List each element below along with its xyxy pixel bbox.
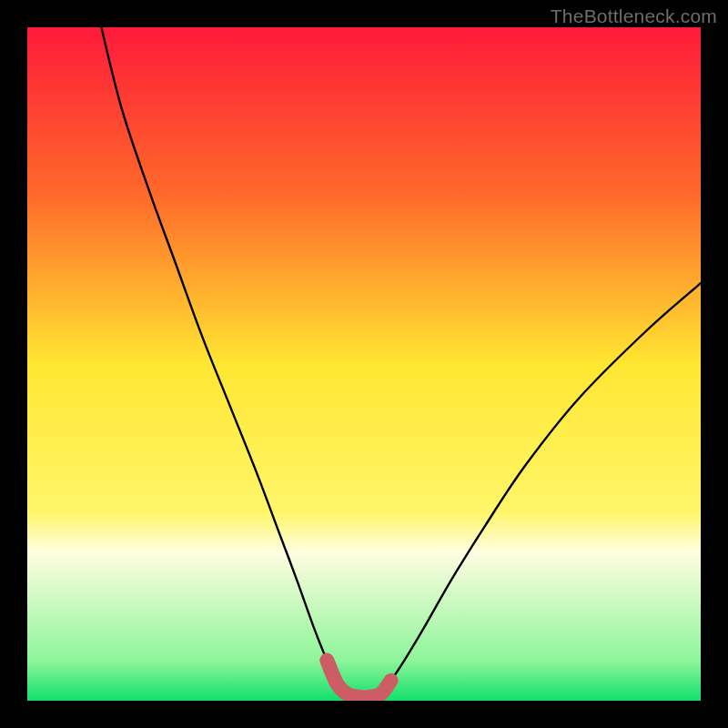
chart-frame: TheBottleneck.com — [0, 0, 728, 728]
watermark-text: TheBottleneck.com — [551, 5, 717, 27]
plot-area — [27, 27, 701, 701]
chart-svg — [27, 27, 701, 701]
